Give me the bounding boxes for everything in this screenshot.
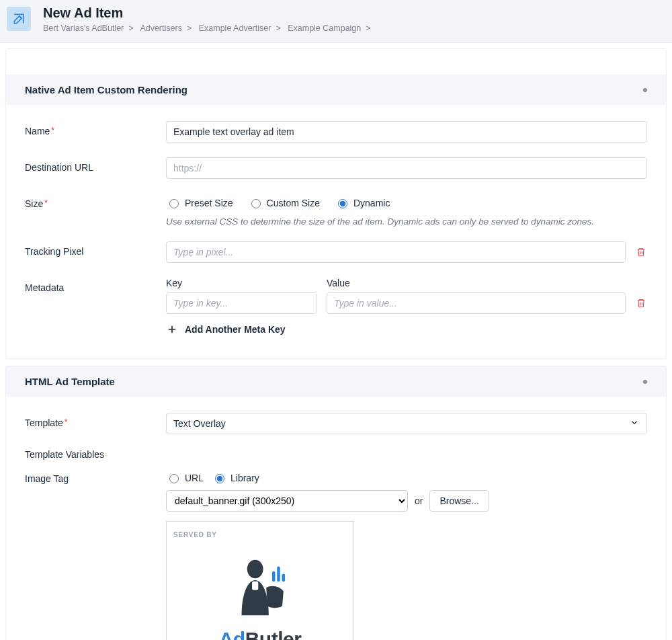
breadcrumb-item[interactable]: Example Advertiser <box>199 24 271 33</box>
label-size: Size* <box>25 194 166 209</box>
label-meta-value: Value <box>327 278 626 288</box>
radio-dynamic-size[interactable]: Dynamic <box>335 197 390 208</box>
card-header-template[interactable]: HTML Ad Template <box>6 366 666 397</box>
edit-icon <box>7 7 31 31</box>
svg-rect-1 <box>252 582 258 590</box>
label-template: Template* <box>25 413 166 428</box>
breadcrumb-item[interactable]: Example Campaign <box>288 24 361 33</box>
meta-value-input[interactable] <box>327 292 626 314</box>
template-select[interactable]: Text Overlay <box>166 413 647 434</box>
label-metadata: Metadata <box>25 278 166 293</box>
svg-point-0 <box>247 560 263 579</box>
breadcrumb-item[interactable]: Advertisers <box>140 24 182 33</box>
collapse-dot-icon <box>643 380 647 384</box>
collapse-dot-icon <box>643 88 647 92</box>
card-html-template: HTML Ad Template Template* Text Overlay <box>5 366 667 640</box>
or-text: or <box>415 495 423 506</box>
served-by-label: SERVED BY <box>173 531 347 538</box>
breadcrumb: Bert Varias's AdButler> Advertisers> Exa… <box>43 24 376 33</box>
label-tracking-pixel: Tracking Pixel <box>25 241 166 257</box>
radio-image-url[interactable]: URL <box>166 472 204 483</box>
radio-preset-size[interactable]: Preset Size <box>166 197 233 208</box>
card-header-native[interactable]: Native Ad Item Custom Rendering <box>6 75 666 105</box>
adbutler-logo: AdButler <box>173 551 347 640</box>
label-meta-key: Key <box>166 278 317 288</box>
label-name: Name* <box>25 121 166 136</box>
page-header: New Ad Item Bert Varias's AdButler> Adve… <box>0 0 672 43</box>
label-destination-url: Destination URL <box>25 157 166 173</box>
delete-tracking-pixel-button[interactable] <box>635 246 647 258</box>
card-native-rendering: Native Ad Item Custom Rendering Name* De… <box>5 48 667 359</box>
meta-key-input[interactable] <box>166 292 317 314</box>
label-template-variables: Template Variables <box>25 449 647 460</box>
size-help-text: Use external CSS to determine the size o… <box>166 216 647 227</box>
tracking-pixel-input[interactable] <box>166 241 626 263</box>
breadcrumb-item[interactable]: Bert Varias's AdButler <box>43 24 124 33</box>
card-title: Native Ad Item Custom Rendering <box>25 84 187 95</box>
butler-icon <box>223 551 297 627</box>
add-meta-key-button[interactable]: Add Another Meta Key <box>166 323 647 335</box>
banner-preview: SERVED BY <box>166 521 354 640</box>
delete-meta-button[interactable] <box>635 297 647 309</box>
name-input[interactable] <box>166 121 647 143</box>
library-file-select[interactable]: default_banner.gif (300x250) <box>166 490 408 512</box>
destination-url-input[interactable] <box>166 157 647 179</box>
plus-icon <box>166 323 178 335</box>
page-title: New Ad Item <box>43 5 376 21</box>
browse-button[interactable]: Browse... <box>429 490 489 512</box>
label-image-tag: Image Tag <box>25 472 166 484</box>
card-title: HTML Ad Template <box>25 376 115 387</box>
adbutler-wordmark: AdButler <box>219 628 302 640</box>
radio-image-library[interactable]: Library <box>212 472 259 483</box>
radio-custom-size[interactable]: Custom Size <box>248 197 320 208</box>
size-radio-group: Preset Size Custom Size Dynamic <box>166 194 647 208</box>
